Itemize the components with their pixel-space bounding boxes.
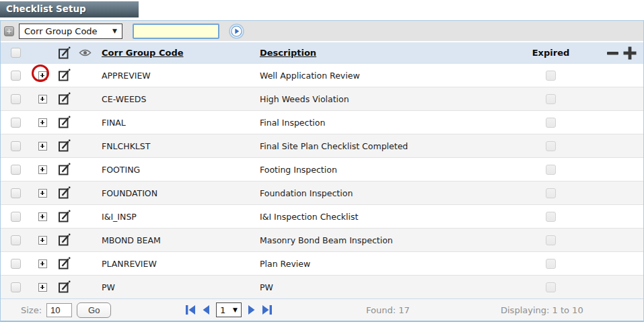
table-row: MBOND BEAM Masonry Bond Beam Inspection [1,228,643,251]
add-criteria-plus-icon[interactable] [4,26,14,36]
expand-plus-icon[interactable] [38,71,47,80]
previous-page-icon[interactable] [202,304,210,315]
row-expired-checkbox[interactable] [546,165,556,175]
row-description: Foundation Inspection [256,188,509,198]
row-edit-icon[interactable] [58,186,71,200]
row-select-checkbox[interactable] [11,165,21,175]
circle-play-icon [229,24,244,39]
expand-plus-icon[interactable] [38,236,47,245]
search-toolbar: Corr Group Code ▼ [1,21,643,42]
table-body: APPREVIEW Well Application Review CE-WEE… [1,63,643,298]
table-row: FOUNDATION Foundation Inspection [1,181,643,204]
size-label: Size: [21,305,42,315]
table-row: FINAL Final Inspection [1,110,643,134]
row-code: PW [95,282,256,292]
row-select-checkbox[interactable] [11,212,21,222]
row-description: High Weeds Violation [256,94,509,104]
row-description: Final Inspection [256,118,509,128]
row-edit-icon[interactable] [58,280,71,294]
row-expired-checkbox[interactable] [546,235,556,245]
eye-icon[interactable] [79,48,92,57]
column-header-code[interactable]: Corr Group Code [95,48,256,58]
row-select-checkbox[interactable] [11,259,21,269]
pager-bar: Size: Go 1 ▼ [1,298,643,321]
table-row: FNLCHKLST Final Site Plan Checklist Comp… [1,134,643,157]
search-submit-button[interactable] [229,24,244,39]
displaying-range: Displaying: 1 to 10 [501,305,583,315]
search-field-selected-label: Corr Group Code [24,26,98,36]
row-expired-checkbox[interactable] [546,259,556,269]
row-code: FOUNDATION [95,188,256,198]
table-row: APPREVIEW Well Application Review [1,63,643,87]
go-button[interactable]: Go [77,302,111,318]
row-code: PLANREVIEW [95,259,256,269]
row-expired-checkbox[interactable] [546,212,556,222]
row-edit-icon[interactable] [58,116,71,129]
search-field-select[interactable]: Corr Group Code ▼ [19,24,122,39]
row-edit-icon[interactable] [58,163,71,176]
row-edit-icon[interactable] [58,210,71,223]
select-all-checkbox[interactable] [11,48,21,58]
page-size-input[interactable] [46,303,72,317]
expand-plus-icon[interactable] [38,118,47,127]
row-description: Masonry Bond Beam Inspection [256,235,509,245]
row-expired-checkbox[interactable] [546,141,556,151]
row-code: MBOND BEAM [95,235,256,245]
edit-icon[interactable] [58,46,71,60]
table-row: I&I_INSP I&I Inspection Checklist [1,204,643,228]
row-description: Final Site Plan Checklist Completed [256,141,509,151]
row-select-checkbox[interactable] [11,235,21,245]
row-edit-icon[interactable] [58,92,71,106]
row-select-checkbox[interactable] [11,94,21,104]
expand-plus-icon[interactable] [38,95,47,104]
row-expired-checkbox[interactable] [546,118,556,128]
row-description: Footing Inspection [256,165,509,175]
content-frame: Corr Group Code ▼ [0,20,644,322]
first-page-icon[interactable] [185,304,196,315]
next-page-icon[interactable] [248,304,256,315]
column-header-expired: Expired [532,48,570,58]
row-description: Well Application Review [256,71,509,81]
expand-plus-icon[interactable] [38,283,47,292]
expand-plus-icon[interactable] [38,142,47,151]
row-select-checkbox[interactable] [11,188,21,198]
chevron-down-icon: ▼ [112,28,117,34]
row-code: CE-WEEDS [95,94,256,104]
row-select-checkbox[interactable] [11,118,21,128]
page-number-select[interactable]: 1 ▼ [216,302,242,317]
row-edit-icon[interactable] [58,69,71,82]
table-header-row: Corr Group Code Description Expired [1,42,643,63]
row-expired-checkbox[interactable] [546,94,556,104]
row-code: FNLCHKLST [95,141,256,151]
table-row: PLANREVIEW Plan Review [1,251,643,275]
row-edit-icon[interactable] [58,233,71,247]
row-description: I&I Inspection Checklist [256,212,509,222]
expand-plus-icon[interactable] [38,212,47,221]
column-header-description[interactable]: Description [256,48,509,58]
last-page-icon[interactable] [262,304,273,315]
row-code: I&I_INSP [95,212,256,222]
remove-row-minus-icon[interactable] [606,46,619,60]
row-expired-checkbox[interactable] [546,188,556,198]
row-expired-checkbox[interactable] [546,282,556,292]
row-select-checkbox[interactable] [11,71,21,81]
row-expired-checkbox[interactable] [546,71,556,81]
add-row-plus-icon[interactable] [622,46,637,60]
row-description: PW [256,282,509,292]
row-edit-icon[interactable] [58,257,71,270]
table-row: FOOTING Footing Inspection [1,157,643,181]
row-code: FOOTING [95,165,256,175]
expand-plus-icon[interactable] [38,189,47,198]
row-select-checkbox[interactable] [11,141,21,151]
row-code: APPREVIEW [95,71,256,81]
row-edit-icon[interactable] [58,139,71,153]
row-select-checkbox[interactable] [11,282,21,292]
found-count: Found: 17 [366,305,410,315]
row-description: Plan Review [256,259,509,269]
expand-plus-icon[interactable] [38,165,47,174]
table-row: PW PW [1,275,643,298]
page-title: Checklist Setup [0,1,139,17]
search-input[interactable] [133,24,219,39]
expand-plus-icon[interactable] [38,259,47,268]
table-row: CE-WEEDS High Weeds Violation [1,87,643,110]
